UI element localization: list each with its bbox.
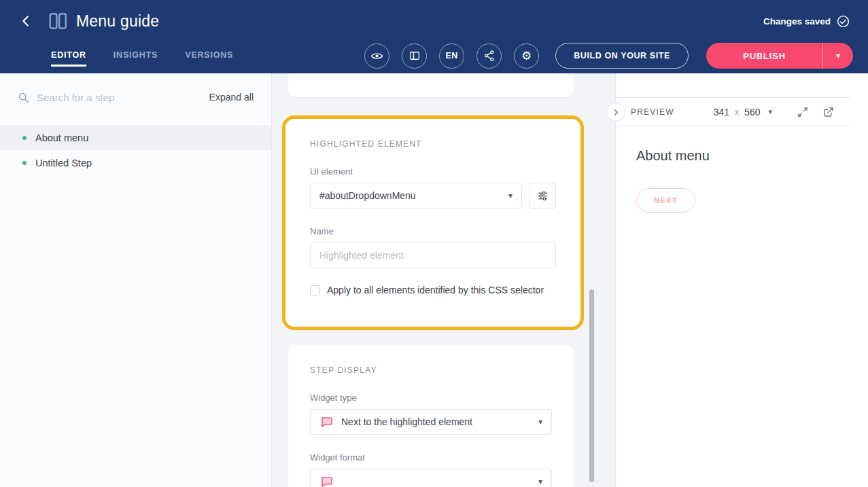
publish-button[interactable]: PUBLISH xyxy=(706,43,823,69)
tab-insights[interactable]: INSIGHTS xyxy=(114,45,158,67)
back-button[interactable] xyxy=(16,12,35,31)
preview-eye-button[interactable] xyxy=(364,43,389,69)
eye-icon xyxy=(370,50,383,62)
step-item-label: About menu xyxy=(35,132,88,143)
steps-sidebar: Expand all About menu Untitled Step xyxy=(0,73,272,487)
publish-dropdown-button[interactable]: ▾ xyxy=(823,43,853,69)
apply-to-all-checkbox[interactable] xyxy=(310,285,320,295)
next-button[interactable]: NEXT xyxy=(636,188,695,213)
step-list: About menu Untitled Step xyxy=(0,121,271,175)
collapse-preview-button[interactable] xyxy=(606,103,625,122)
preview-content: About menu NEXT xyxy=(616,126,868,234)
gear-icon: ⚙ xyxy=(521,50,532,62)
page-title: Menu guide xyxy=(76,12,159,31)
ui-element-value: #aboutDropdownMenu xyxy=(319,190,503,201)
share-button[interactable] xyxy=(476,43,502,69)
preview-actions xyxy=(797,106,835,118)
chevron-right-icon xyxy=(611,107,621,118)
chevron-down-icon: ▾ xyxy=(538,477,542,486)
highlighted-element-name-input[interactable] xyxy=(310,242,556,268)
selector-settings-button[interactable] xyxy=(529,183,556,209)
step-settings-panel: HIGHLIGHTED ELEMENT UI element #aboutDro… xyxy=(272,73,615,487)
chevron-left-icon xyxy=(18,14,33,29)
open-in-new-icon[interactable] xyxy=(822,106,835,118)
header-tabs: EDITOR INSIGHTS VERSIONS xyxy=(51,45,233,67)
step-item-label: Untitled Step xyxy=(35,158,92,168)
preview-header: PREVIEW 341 x 560 ▾ xyxy=(616,97,850,126)
preview-step-title: About menu xyxy=(636,148,848,164)
ui-element-select[interactable]: #aboutDropdownMenu ▾ xyxy=(310,183,522,209)
language-button[interactable]: EN xyxy=(439,43,464,69)
scrollbar-thumb[interactable] xyxy=(589,289,594,482)
highlighted-element-card-inner: HIGHLIGHTED ELEMENT UI element #aboutDro… xyxy=(285,119,580,327)
search-icon xyxy=(18,92,29,103)
layout-icon xyxy=(409,50,421,62)
previous-card-partial xyxy=(288,73,574,97)
chevron-down-icon: ▾ xyxy=(768,107,772,116)
widget-type-label: Widget type xyxy=(310,393,552,403)
section-title: HIGHLIGHTED ELEMENT xyxy=(310,139,556,149)
sliders-icon xyxy=(537,190,549,202)
apply-to-all-label: Apply to all elements identified by this… xyxy=(327,285,544,295)
highlighted-element-card: HIGHLIGHTED ELEMENT UI element #aboutDro… xyxy=(282,115,584,330)
search-input[interactable] xyxy=(37,92,202,103)
step-status-dot xyxy=(22,136,27,140)
step-item-about-menu[interactable]: About menu xyxy=(0,125,271,150)
changes-saved-label: Changes saved xyxy=(763,16,831,26)
apply-to-all-row: Apply to all elements identified by this… xyxy=(310,285,556,295)
widget-format-icon xyxy=(319,475,333,487)
app-window: Menu guide Changes saved EDITOR INSIGHTS… xyxy=(0,0,868,487)
step-status-dot xyxy=(22,161,27,165)
name-label: Name xyxy=(310,226,556,236)
chevron-down-icon: ▾ xyxy=(836,51,840,60)
layout-button[interactable] xyxy=(402,43,427,69)
share-icon xyxy=(483,50,496,62)
preview-size-dropdown[interactable]: 341 x 560 ▾ xyxy=(714,107,772,118)
top-bar: Menu guide Changes saved EDITOR INSIGHTS… xyxy=(0,0,868,73)
body-layout: Expand all About menu Untitled Step HIGH… xyxy=(0,73,868,487)
top-bar-row-2: EDITOR INSIGHTS VERSIONS EN ⚙ xyxy=(0,38,868,73)
widget-format-select[interactable]: ▾ xyxy=(310,469,552,487)
size-separator: x xyxy=(735,107,739,117)
app-logo-icon xyxy=(48,11,68,31)
ui-element-row: #aboutDropdownMenu ▾ xyxy=(310,183,556,209)
section-title: STEP DISPLAY xyxy=(310,365,552,375)
preview-height-value: 560 xyxy=(744,107,760,118)
widget-tooltip-icon xyxy=(319,415,333,429)
check-circle-icon xyxy=(836,14,850,29)
tab-editor[interactable]: EDITOR xyxy=(51,45,86,67)
chevron-down-icon: ▾ xyxy=(538,417,542,427)
preview-panel: PREVIEW 341 x 560 ▾ About menu NEXT xyxy=(615,73,868,487)
widget-type-value: Next to the highlighted element xyxy=(341,416,525,427)
expand-all-link[interactable]: Expand all xyxy=(209,92,254,103)
widget-type-select[interactable]: Next to the highlighted element ▾ xyxy=(310,409,552,435)
ui-element-label: UI element xyxy=(310,166,556,177)
step-item-untitled-step[interactable]: Untitled Step xyxy=(0,150,271,175)
header-icon-buttons: EN ⚙ xyxy=(364,43,539,69)
preview-width-value: 341 xyxy=(714,107,729,118)
preview-title: PREVIEW xyxy=(631,107,674,117)
changes-saved-status: Changes saved xyxy=(763,14,850,29)
tab-versions[interactable]: VERSIONS xyxy=(185,45,233,67)
settings-button[interactable]: ⚙ xyxy=(514,43,539,69)
step-display-card: STEP DISPLAY Widget type Next to the hig… xyxy=(288,345,574,487)
widget-format-label: Widget format xyxy=(310,452,552,463)
publish-button-group: PUBLISH ▾ xyxy=(706,43,853,69)
build-on-your-site-button[interactable]: BUILD ON YOUR SITE xyxy=(555,43,689,69)
chevron-down-icon: ▾ xyxy=(508,191,513,200)
fullscreen-icon[interactable] xyxy=(797,106,809,118)
step-search-row: Expand all xyxy=(0,73,271,121)
top-bar-row-1: Menu guide Changes saved xyxy=(0,0,868,38)
language-label: EN xyxy=(445,51,457,60)
